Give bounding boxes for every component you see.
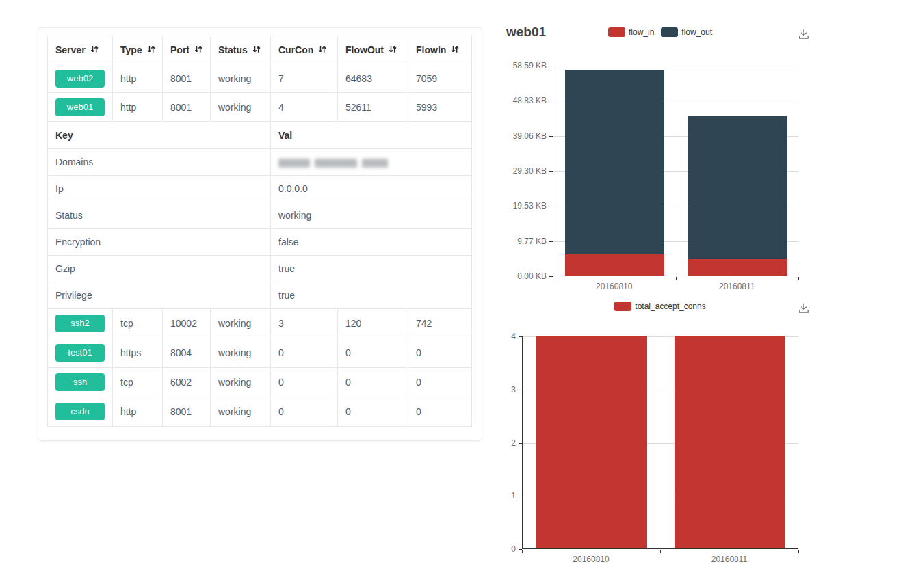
flowin-cell: 7059 xyxy=(408,64,472,93)
server-cell: csdn xyxy=(48,397,113,427)
col-header-curcon[interactable]: CurCon xyxy=(271,36,338,64)
flowout-cell: 120 xyxy=(338,309,408,338)
detail-val-cell: true xyxy=(271,282,472,309)
sort-icon xyxy=(252,44,261,56)
legend-total_accept_conns[interactable]: total_accept_conns xyxy=(614,302,705,311)
col-header-label: Port xyxy=(170,44,189,55)
detail-key-cell: Domains xyxy=(48,149,271,176)
status-cell: working xyxy=(211,309,271,338)
server-table: ServerTypePortStatusCurConFlowOutFlowIn … xyxy=(47,36,472,427)
bar-total_accept_conns-20160810 xyxy=(536,336,647,548)
detail-val-cell xyxy=(271,149,472,176)
table-row-test01: test01https8004working000 xyxy=(48,338,472,368)
y-axis-tick xyxy=(549,101,553,101)
server-cell: test01 xyxy=(48,338,113,368)
type-cell: http xyxy=(113,397,163,427)
detail-val-cell: false xyxy=(271,229,472,256)
col-header-type[interactable]: Type xyxy=(113,36,163,64)
server-badge-web01[interactable]: web01 xyxy=(55,98,105,116)
col-header-flowin[interactable]: FlowIn xyxy=(408,36,472,64)
flow-chart: web01 flow_inflow_out0.00 KB9.77 KB19.53… xyxy=(503,14,817,295)
port-cell: 8001 xyxy=(163,64,211,93)
y-axis-label: 29.30 KB xyxy=(503,166,547,176)
detail-val-cell: working xyxy=(271,202,472,229)
port-cell: 8001 xyxy=(163,93,211,122)
col-header-port[interactable]: Port xyxy=(163,36,211,64)
status-cell: working xyxy=(211,338,271,368)
sort-icon xyxy=(317,44,327,56)
table-row-web02: web02http8001working7646837059 xyxy=(48,64,472,93)
y-axis-tick xyxy=(519,443,522,444)
server-badge-test01[interactable]: test01 xyxy=(55,344,105,362)
flowout-cell: 64683 xyxy=(338,64,408,93)
col-header-flowout[interactable]: FlowOut xyxy=(338,36,408,64)
y-axis-label: 19.53 KB xyxy=(503,201,547,211)
download-icon[interactable] xyxy=(797,302,811,315)
server-cell: web01 xyxy=(48,93,113,122)
col-header-status[interactable]: Status xyxy=(211,36,271,64)
x-axis-tick xyxy=(798,550,799,553)
port-cell: 8001 xyxy=(163,397,211,427)
x-axis-tick xyxy=(522,550,523,553)
table-row-ssh: sshtcp6002working000 xyxy=(48,368,472,397)
type-cell: https xyxy=(113,338,163,368)
curcon-cell: 0 xyxy=(271,397,338,427)
redacted-blob xyxy=(315,159,357,168)
server-cell: ssh xyxy=(48,368,113,397)
table-row-ssh2: ssh2tcp10002working3120742 xyxy=(48,309,472,338)
sort-icon xyxy=(146,44,156,56)
port-cell: 10002 xyxy=(163,309,211,338)
flowin-cell: 0 xyxy=(408,338,472,368)
download-icon[interactable] xyxy=(797,27,811,41)
y-axis-tick xyxy=(519,336,522,337)
col-header-label: FlowOut xyxy=(345,44,384,55)
curcon-cell: 0 xyxy=(271,368,338,397)
x-axis-label: 20160810 xyxy=(580,282,649,291)
bar-flow_in-20160811 xyxy=(688,259,787,276)
flowin-cell: 0 xyxy=(408,397,472,427)
y-axis-label: 4 xyxy=(503,332,516,341)
col-header-label: CurCon xyxy=(278,44,313,55)
x-axis-tick xyxy=(676,277,677,280)
table-row-web01: web01http8001working4526115993 xyxy=(48,93,472,122)
chart-legend: flow_inflow_out xyxy=(503,27,817,37)
col-header-server[interactable]: Server xyxy=(48,36,113,64)
detail-row-gzip: Gziptrue xyxy=(48,256,472,282)
server-table-body: web02http8001working7646837059web01http8… xyxy=(48,64,472,427)
col-header-label: Server xyxy=(55,44,86,55)
server-badge-web02[interactable]: web02 xyxy=(55,70,105,88)
x-axis-label: 20160810 xyxy=(557,554,625,564)
flowout-cell: 0 xyxy=(338,368,408,397)
y-axis-label: 2 xyxy=(503,438,516,448)
legend-label: flow_in xyxy=(629,27,654,37)
server-cell: web02 xyxy=(48,64,113,93)
curcon-cell: 0 xyxy=(271,338,338,368)
legend-swatch-total_accept_conns xyxy=(614,302,631,311)
status-cell: working xyxy=(211,64,271,93)
col-header-label: FlowIn xyxy=(416,44,446,55)
server-table-head: ServerTypePortStatusCurConFlowOutFlowIn xyxy=(48,36,472,64)
server-badge-csdn[interactable]: csdn xyxy=(55,403,105,420)
detail-row-privilege: Privilegetrue xyxy=(48,282,472,309)
detail-key-cell: Gzip xyxy=(48,256,271,282)
curcon-cell: 7 xyxy=(271,64,338,93)
type-cell: tcp xyxy=(113,368,163,397)
bar-flow_out-20160810 xyxy=(565,70,664,254)
legend-label: total_accept_conns xyxy=(635,302,705,311)
flowout-cell: 0 xyxy=(338,397,408,427)
y-axis-label: 9.77 KB xyxy=(503,237,547,246)
legend-flow_in[interactable]: flow_in xyxy=(608,27,654,37)
y-axis-label: 0 xyxy=(503,544,516,554)
legend-flow_out[interactable]: flow_out xyxy=(661,27,712,37)
plot-area xyxy=(522,336,798,549)
flowin-cell: 0 xyxy=(408,368,472,397)
x-axis-tick xyxy=(553,277,553,280)
detail-key-cell: Privilege xyxy=(48,282,271,309)
legend-swatch-flow_out xyxy=(661,27,678,37)
server-cell: ssh2 xyxy=(48,309,113,338)
y-axis-tick xyxy=(519,496,522,496)
curcon-cell: 3 xyxy=(271,309,338,338)
server-badge-ssh[interactable]: ssh xyxy=(55,373,105,391)
detail-key-cell: Encryption xyxy=(48,229,271,256)
server-badge-ssh2[interactable]: ssh2 xyxy=(55,315,105,332)
